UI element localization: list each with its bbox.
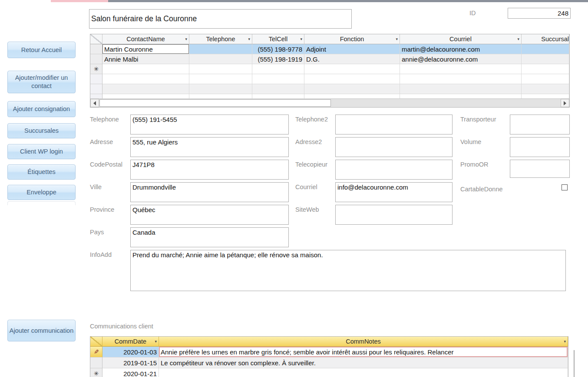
- column-header-telcell[interactable]: TelCell ▾: [252, 34, 304, 44]
- communication-row-editing[interactable]: ✎ 2020-01-03 Annie préfère les urnes en …: [90, 347, 568, 357]
- telephone2-field[interactable]: [335, 115, 453, 134]
- scrollbar-thumb[interactable]: [99, 99, 331, 107]
- contact-telcell-cell[interactable]: (555) 198-9778: [252, 44, 304, 54]
- succursales-button[interactable]: Succursales: [7, 123, 76, 138]
- telephone2-label: Telephone2: [295, 116, 328, 123]
- communications-select-all-corner[interactable]: [90, 337, 102, 347]
- contact-new-record-row[interactable]: ✳: [90, 64, 569, 74]
- window-top-accent-gray: [108, 0, 588, 2]
- column-header-telephone[interactable]: Telephone ▾: [189, 34, 252, 44]
- courriel-field[interactable]: info@delacouronne.com: [335, 182, 453, 202]
- dropdown-arrow-icon[interactable]: ▾: [248, 37, 250, 41]
- contact-row[interactable]: Annie Malbi (555) 198-1919 D.G. annie@de…: [90, 54, 569, 64]
- id-label: ID: [469, 10, 476, 16]
- right-arrow-icon: [564, 101, 566, 105]
- codepostal-field[interactable]: J471P8: [130, 160, 289, 180]
- cartabledonne-checkbox[interactable]: [562, 184, 568, 190]
- scroll-right-button[interactable]: [561, 99, 569, 107]
- contact-courriel-cell[interactable]: martin@delacouronne.com: [400, 44, 522, 54]
- adresse-field[interactable]: 555, rue Algiers: [130, 137, 289, 157]
- commnotes-cell[interactable]: Le compétiteur va rénover son complexe. …: [159, 357, 568, 368]
- enveloppe-button[interactable]: Enveloppe: [7, 185, 76, 200]
- client-name-value: Salon funéraire de la Couronne: [91, 14, 197, 23]
- row-selector[interactable]: [90, 357, 102, 368]
- telecopieur-label: Telecopieur: [295, 161, 327, 168]
- contacts-select-all-corner[interactable]: [90, 34, 102, 44]
- volume-label: Volume: [460, 138, 481, 145]
- contact-telephone-cell[interactable]: [189, 44, 252, 54]
- telephone-field[interactable]: (555) 191-5455: [130, 115, 289, 134]
- column-header-courriel[interactable]: Courriel ▾: [400, 34, 522, 44]
- etiquettes-button[interactable]: Étiquettes: [7, 164, 76, 180]
- row-selector[interactable]: [90, 54, 102, 64]
- infoadd-label: InfoAdd: [90, 251, 112, 258]
- window-top-accent-pink: [51, 0, 108, 2]
- contacts-header-row: ContactName ▾ Telephone ▾ TelCell ▾ Fonc…: [90, 34, 569, 44]
- ajouter-consignation-button[interactable]: Ajouter consignation: [7, 101, 76, 117]
- ville-field[interactable]: Drummondville: [130, 182, 289, 202]
- telecopieur-field[interactable]: [335, 160, 453, 180]
- communications-scrollbar-edge: [574, 350, 575, 377]
- empty-grid-row: [90, 84, 569, 94]
- client-name-field[interactable]: Salon funéraire de la Couronne: [89, 9, 352, 29]
- contacts-horizontal-scrollbar[interactable]: [90, 98, 569, 107]
- left-arrow-icon: [93, 101, 96, 105]
- ajouter-communication-button[interactable]: Ajouter communication: [7, 320, 76, 341]
- contact-succursale-cell[interactable]: [522, 44, 569, 54]
- id-field[interactable]: 248: [508, 8, 571, 19]
- contact-row-selected[interactable]: Martin Couronne (555) 198-9778 Adjoint m…: [90, 44, 569, 54]
- scroll-left-button[interactable]: [90, 99, 99, 107]
- new-record-icon[interactable]: ✳: [90, 368, 102, 377]
- adresse-label: Adresse: [90, 138, 113, 145]
- dropdown-arrow-icon[interactable]: ▾: [300, 37, 302, 41]
- pays-field[interactable]: Canada: [130, 227, 289, 247]
- column-header-commnotes[interactable]: CommNotes ▾: [159, 337, 568, 347]
- editing-record-selector[interactable]: ✎: [90, 347, 102, 357]
- commdate-cell[interactable]: 2019-01-15: [102, 357, 159, 368]
- contact-fonction-cell[interactable]: D.G.: [304, 54, 400, 64]
- volume-field[interactable]: [510, 137, 570, 157]
- dropdown-arrow-icon[interactable]: ▾: [564, 340, 566, 344]
- contact-succursale-cell[interactable]: [522, 54, 569, 64]
- client-wp-login-button[interactable]: Client WP login: [7, 144, 76, 159]
- dropdown-arrow-icon[interactable]: ▾: [517, 37, 519, 41]
- new-record-icon[interactable]: ✳: [90, 64, 102, 74]
- ajouter-modifier-contact-button[interactable]: Ajouter/modifier un contact: [7, 71, 76, 93]
- column-header-fonction[interactable]: Fonction ▾: [304, 34, 400, 44]
- contact-name-cell[interactable]: Martin Couronne: [102, 44, 189, 54]
- dropdown-arrow-icon[interactable]: ▾: [185, 37, 187, 41]
- column-header-contactname[interactable]: ContactName ▾: [102, 34, 189, 44]
- commnotes-cell[interactable]: Annie préfère les urnes en marbre gris f…: [159, 347, 568, 357]
- id-value: 248: [558, 10, 568, 17]
- province-label: Province: [90, 206, 114, 213]
- communication-new-record-row[interactable]: ✳ 2020-01-21: [90, 368, 568, 377]
- province-field[interactable]: Québec: [130, 205, 289, 225]
- empty-grid-row: [90, 74, 569, 84]
- adresse2-field[interactable]: [335, 137, 453, 157]
- promoor-field[interactable]: [510, 160, 570, 178]
- dropdown-arrow-icon[interactable]: ▾: [155, 340, 157, 344]
- contact-telephone-cell[interactable]: [189, 54, 252, 64]
- cartabledonne-label: CartableDonne: [460, 186, 503, 193]
- communications-section-label: Communications client: [90, 323, 153, 330]
- transporteur-label: Transporteur: [460, 116, 496, 123]
- dropdown-arrow-icon[interactable]: ▾: [396, 37, 398, 41]
- contact-fonction-cell[interactable]: Adjoint: [304, 44, 400, 54]
- transporteur-field[interactable]: [510, 115, 570, 134]
- row-selector[interactable]: [90, 44, 102, 54]
- contacts-datasheet: ContactName ▾ Telephone ▾ TelCell ▾ Fonc…: [90, 34, 570, 108]
- commdate-cell[interactable]: 2020-01-21: [102, 368, 159, 377]
- contact-telcell-cell[interactable]: (555) 198-1919: [252, 54, 304, 64]
- contact-name-cell[interactable]: Annie Malbi: [102, 54, 189, 64]
- communications-header-row: CommDate ▾ CommNotes ▾: [90, 337, 568, 347]
- contact-courriel-cell[interactable]: annie@delacouronne.com: [400, 54, 522, 64]
- siteweb-field[interactable]: [335, 205, 453, 225]
- column-header-commdate[interactable]: CommDate ▾: [102, 337, 159, 347]
- column-header-succursale[interactable]: Succursal: [522, 34, 569, 44]
- commdate-cell[interactable]: 2020-01-03: [102, 347, 159, 357]
- communication-row[interactable]: 2019-01-15 Le compétiteur va rénover son…: [90, 357, 568, 368]
- retour-accueil-button[interactable]: Retour Accueil: [7, 42, 76, 58]
- infoadd-field[interactable]: Prend du marché; Annie aime la pétanque;…: [130, 250, 566, 291]
- courriel-label: Courriel: [295, 184, 317, 190]
- commnotes-cell[interactable]: [159, 368, 568, 377]
